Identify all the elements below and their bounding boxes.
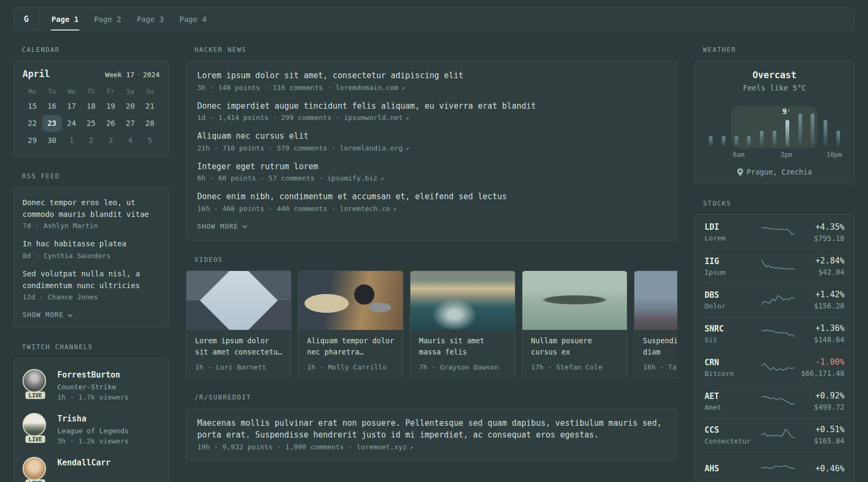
weather-hour-bar <box>811 114 814 147</box>
stock-name: Dolor <box>705 302 760 310</box>
stock-sparkline <box>760 258 796 273</box>
stock-row[interactable]: AETAmet+0.92%$499.72 <box>705 384 844 418</box>
stock-values-block: +0.92%$499.72 <box>814 391 844 411</box>
hackernews-item-domain-link[interactable]: loremdomain.com <box>335 84 398 92</box>
subreddit-item-domain-link[interactable]: loremnet.xyz <box>356 443 407 451</box>
twitch-widget-title: TWITCH CHANNELS <box>22 343 169 351</box>
video-title: Aliquam tempor dolor nec pharetra… <box>307 335 394 358</box>
live-badge: LIVE <box>25 479 45 482</box>
hackernews-item-title[interactable]: Donec imperdiet augue tincidunt felis al… <box>197 100 666 112</box>
hackernews-item-domain-link[interactable]: loremtech.co <box>340 205 390 213</box>
subreddit-item-title[interactable]: Maecenas mollis pulvinar erat non posuer… <box>197 417 666 441</box>
stock-price: $795.18 <box>814 234 844 243</box>
video-card[interactable]: Suspendisse posuere diam18h · Tara <box>634 270 677 378</box>
video-card[interactable]: Nullam posuere cursus ex17h · Stefan Col… <box>522 270 627 378</box>
tab-page-3[interactable]: Page 3 <box>137 8 164 30</box>
hackernews-item-domain-link[interactable]: loremlandia.org <box>340 144 402 152</box>
external-link-icon: ↗ <box>406 145 409 152</box>
stock-sparkline <box>760 326 796 341</box>
stock-row[interactable]: IIGIpsum+2.84%$42.04 <box>705 249 844 283</box>
calendar-day-header: Sa <box>121 85 140 98</box>
hackernews-item-title[interactable]: Integer eget rutrum lorem <box>197 161 666 173</box>
external-link-icon: ↗ <box>406 114 409 122</box>
rss-widget: RSS FEED Donec tempor eros leo, ut commo… <box>13 172 169 328</box>
twitch-channel-name[interactable]: KendallCarr <box>57 458 110 468</box>
twitch-channel-row[interactable]: LIVEKendallCarr <box>23 457 160 482</box>
avatar <box>23 457 46 480</box>
external-link-icon: ↗ <box>409 443 413 451</box>
hackernews-item-domain-link[interactable]: ipsumify.biz <box>327 174 378 182</box>
hackernews-item-meta-text: 6h · 60 points · 57 comments · <box>197 174 327 182</box>
calendar-day-header: Mo <box>23 85 42 98</box>
external-link-icon: ↗ <box>380 175 384 182</box>
hackernews-list: Lorem ipsum dolor sit amet, consectetur … <box>197 70 666 213</box>
twitch-channel-row[interactable]: LIVEForrestBurtonCounter-Strike1h · 1.7k… <box>23 369 160 401</box>
stock-symbol-block: AETAmet <box>705 391 760 411</box>
video-title: Lorem ipsum dolor sit amet consectetu… <box>195 335 282 358</box>
subreddit-item: Maecenas mollis pulvinar erat non posuer… <box>197 417 666 451</box>
stock-symbol: SNRC <box>705 324 760 334</box>
calendar-day-header: Su <box>140 85 160 98</box>
tab-page-2[interactable]: Page 2 <box>94 8 122 30</box>
weather-degree-symbol: ° <box>787 108 790 116</box>
tab-page-4[interactable]: Page 4 <box>179 8 207 30</box>
weather-hour-bar <box>747 136 751 147</box>
twitch-channel-info: KendallCarr <box>57 457 110 482</box>
video-card[interactable]: Mauris sit amet massa felis7h · Grayson … <box>410 270 515 378</box>
subreddit-widget-title: /R/SUBREDDIT <box>194 394 677 401</box>
weather-hour-bar <box>760 131 764 147</box>
calendar-day: 28 <box>140 115 160 132</box>
stock-sparkline <box>760 393 796 408</box>
weather-hour-bar <box>798 114 802 147</box>
stock-row[interactable]: LDILorem+4.35%$795.18 <box>705 215 844 249</box>
rss-item-title[interactable]: In hac habitasse platea <box>23 238 160 250</box>
stock-row[interactable]: DBSDolor+1.42%$156.28 <box>705 283 844 317</box>
page-tabs: Page 1Page 2Page 3Page 4 <box>39 8 219 30</box>
stock-row[interactable]: CRNBitcorn-1.00%$66,171.48 <box>705 350 844 384</box>
rss-item: In hac habitasse platea8d · Cynthia Saun… <box>23 238 160 260</box>
calendar-day-header: Fr <box>101 85 121 98</box>
weather-hour-label: 6am <box>733 151 745 159</box>
rss-item-title[interactable]: Sed volutpat nulla nisl, a condimentum n… <box>23 268 160 291</box>
stock-row[interactable]: CCSConsectetur+0.51%$165.84 <box>705 418 844 451</box>
stock-row[interactable]: AHS+0.46% <box>705 451 844 482</box>
stock-row[interactable]: SNRCSit+1.36%$148.64 <box>705 317 844 350</box>
twitch-channel-name[interactable]: Trisha <box>57 414 129 424</box>
calendar-widget-title: CALENDAR <box>22 46 169 54</box>
calendar-header: April Week 17·2024 <box>23 69 160 79</box>
app-logo[interactable]: G <box>14 8 39 30</box>
stock-price: $66,171.48 <box>801 369 844 378</box>
separator-dot: · <box>137 71 141 79</box>
tab-page-1[interactable]: Page 1 <box>51 8 79 30</box>
hackernews-item-title[interactable]: Aliquam nec cursus elit <box>197 130 666 142</box>
weather-hour-bar <box>735 136 738 147</box>
twitch-channel-viewers: 3h · 1.2k viewers <box>57 437 129 445</box>
stock-sparkline-wrap <box>760 461 796 477</box>
calendar-day: 21 <box>140 98 160 115</box>
hackernews-item-domain-link[interactable]: ipsumworld.net <box>344 114 403 122</box>
header-bar: G Page 1Page 2Page 3Page 4 <box>13 7 855 31</box>
stock-change: -1.00% <box>801 357 844 367</box>
avatar <box>23 413 46 436</box>
live-badge: LIVE <box>25 391 45 399</box>
external-link-icon: ↗ <box>393 205 396 213</box>
video-card-body: Suspendisse posuere diam18h · Tara <box>634 330 677 378</box>
left-column: CALENDAR April Week 17·2024 MoTuWeThFrSa… <box>13 46 169 482</box>
hackernews-show-more-button[interactable]: SHOW MORE <box>197 222 666 230</box>
subreddit-item-meta: 19h · 9,932 points · 1,090 comments · lo… <box>197 443 666 451</box>
stock-sparkline <box>760 461 796 476</box>
calendar-card: April Week 17·2024 MoTuWeThFrSaSu 151617… <box>13 61 169 157</box>
stock-values-block: +1.42%$156.28 <box>814 290 844 310</box>
video-card[interactable]: Lorem ipsum dolor sit amet consectetu…1h… <box>186 270 291 378</box>
hackernews-widget: HACKER NEWS Lorem ipsum dolor sit amet, … <box>186 46 677 240</box>
twitch-channel-row[interactable]: LIVETrishaLeague of Legends3h · 1.2k vie… <box>23 413 160 445</box>
hackernews-item-title[interactable]: Lorem ipsum dolor sit amet, consectetur … <box>197 70 666 82</box>
weather-hour-bar <box>836 131 840 147</box>
stock-values-block: +2.84%$42.04 <box>815 256 844 276</box>
video-card[interactable]: Aliquam tempor dolor nec pharetra…1h · M… <box>298 270 403 378</box>
rss-show-more-button[interactable]: SHOW MORE <box>23 311 160 319</box>
twitch-channel-name[interactable]: ForrestBurton <box>57 370 129 380</box>
weather-current-hour-bar <box>785 120 789 147</box>
rss-item-title[interactable]: Donec tempor eros leo, ut commodo mauris… <box>23 197 160 220</box>
hackernews-item-title[interactable]: Donec enim nibh, condimentum et accumsan… <box>197 191 666 203</box>
